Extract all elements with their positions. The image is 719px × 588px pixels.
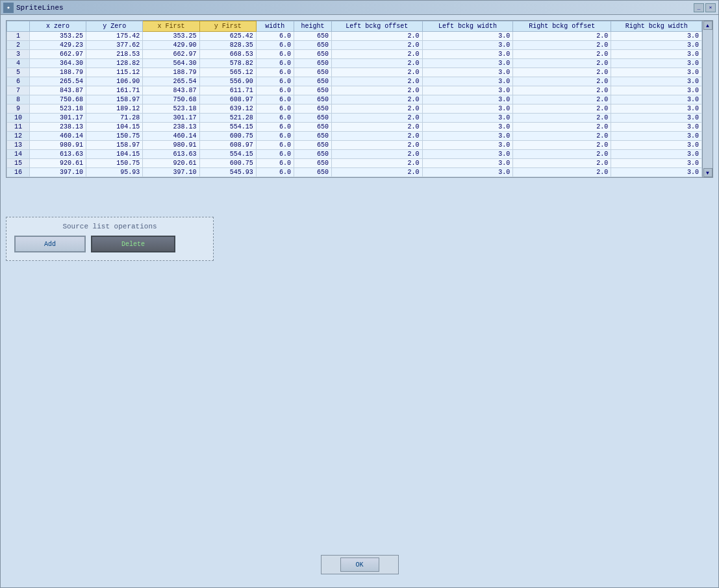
table-row: 10301.1771.28301.17521.286.06502.03.02.0…	[7, 114, 702, 123]
cell-x_first-11: 238.13	[143, 123, 199, 132]
cell-right_bckg_offset-1: 2.0	[513, 32, 611, 41]
cell-x_zero-13: 980.91	[29, 141, 86, 150]
cell-row-1: 1	[7, 32, 30, 41]
table-row: 12460.14150.75460.14600.756.06502.03.02.…	[7, 132, 702, 141]
title-buttons: _ ×	[694, 3, 716, 12]
cell-y_zero-6: 106.90	[86, 77, 143, 86]
scroll-up-button[interactable]: ▲	[703, 21, 713, 30]
minimize-button[interactable]: _	[694, 3, 704, 12]
cell-right_bckg_width-2: 3.0	[611, 41, 702, 50]
cell-left_bckg_width-5: 3.0	[422, 68, 513, 77]
table-row: 15920.61150.75920.61600.756.06502.03.02.…	[7, 159, 702, 168]
cell-left_bckg_width-16: 3.0	[422, 168, 513, 177]
cell-x_first-14: 613.63	[143, 150, 199, 159]
cell-left_bckg_width-9: 3.0	[422, 104, 513, 114]
cell-row-13: 13	[7, 141, 30, 150]
scroll-down-button[interactable]: ▼	[703, 168, 713, 177]
cell-width-2: 6.0	[256, 41, 294, 50]
cell-y_first-4: 578.82	[199, 59, 256, 68]
cell-width-14: 6.0	[256, 150, 294, 159]
cell-y_first-12: 600.75	[199, 132, 256, 141]
cell-right_bckg_width-15: 3.0	[611, 159, 702, 168]
cell-row-10: 10	[7, 114, 30, 123]
cell-x_zero-11: 238.13	[29, 123, 86, 132]
cell-left_bckg_offset-12: 2.0	[332, 132, 423, 141]
cell-row-11: 11	[7, 123, 30, 132]
cell-right_bckg_offset-12: 2.0	[513, 132, 611, 141]
cell-left_bckg_offset-1: 2.0	[332, 32, 423, 41]
cell-x_first-4: 564.30	[143, 59, 199, 68]
cell-right_bckg_width-3: 3.0	[611, 50, 702, 59]
cell-y_first-14: 554.15	[199, 150, 256, 159]
cell-width-4: 6.0	[256, 59, 294, 68]
cell-width-15: 6.0	[256, 159, 294, 168]
app-icon: ★	[3, 3, 14, 13]
cell-height-1: 650	[294, 32, 331, 41]
bottom-bar: OK	[321, 555, 399, 574]
cell-left_bckg_offset-6: 2.0	[332, 77, 423, 86]
cell-x_zero-10: 301.17	[29, 114, 86, 123]
cell-row-5: 5	[7, 68, 30, 77]
cell-x_first-12: 460.14	[143, 132, 199, 141]
cell-left_bckg_offset-15: 2.0	[332, 159, 423, 168]
cell-width-9: 6.0	[256, 104, 294, 114]
cell-left_bckg_offset-8: 2.0	[332, 95, 423, 104]
cell-left_bckg_width-2: 3.0	[422, 41, 513, 50]
cell-width-11: 6.0	[256, 123, 294, 132]
cell-row-8: 8	[7, 95, 30, 104]
cell-x_first-13: 980.91	[143, 141, 199, 150]
cell-row-6: 6	[7, 77, 30, 86]
table-row: 6265.54106.90265.54556.906.06502.03.02.0…	[7, 77, 702, 86]
cell-left_bckg_offset-7: 2.0	[332, 86, 423, 95]
table-row: 9523.18189.12523.18639.126.06502.03.02.0…	[7, 104, 702, 114]
cell-x_zero-9: 523.18	[29, 104, 86, 114]
cell-row-9: 9	[7, 104, 30, 114]
cell-right_bckg_offset-11: 2.0	[513, 123, 611, 132]
cell-row-3: 3	[7, 50, 30, 59]
cell-height-11: 650	[294, 123, 331, 132]
table-row: 4364.30128.82564.30578.826.06502.03.02.0…	[7, 59, 702, 68]
cell-left_bckg_width-6: 3.0	[422, 77, 513, 86]
cell-height-9: 650	[294, 104, 331, 114]
cell-left_bckg_offset-4: 2.0	[332, 59, 423, 68]
col-header-yfirst: y First	[199, 21, 256, 32]
cell-row-15: 15	[7, 159, 30, 168]
cell-right_bckg_offset-8: 2.0	[513, 95, 611, 104]
col-header-height: height	[294, 21, 331, 32]
cell-y_zero-10: 71.28	[86, 114, 143, 123]
table-body: 1353.25175.42353.25625.426.06502.03.02.0…	[7, 32, 702, 177]
cell-right_bckg_offset-4: 2.0	[513, 59, 611, 68]
cell-x_first-7: 843.87	[143, 86, 199, 95]
delete-button[interactable]: Delete	[91, 236, 175, 252]
cell-left_bckg_width-1: 3.0	[422, 32, 513, 41]
cell-x_zero-16: 397.10	[29, 168, 86, 177]
cell-right_bckg_offset-15: 2.0	[513, 159, 611, 168]
cell-height-14: 650	[294, 150, 331, 159]
cell-right_bckg_offset-10: 2.0	[513, 114, 611, 123]
cell-y_first-5: 565.12	[199, 68, 256, 77]
cell-x_first-10: 301.17	[143, 114, 199, 123]
cell-width-16: 6.0	[256, 168, 294, 177]
cell-left_bckg_width-3: 3.0	[422, 50, 513, 59]
table-row: 8750.68158.97750.68608.976.06502.03.02.0…	[7, 95, 702, 104]
cell-x_zero-3: 662.97	[29, 50, 86, 59]
cell-left_bckg_width-15: 3.0	[422, 159, 513, 168]
cell-x_zero-4: 364.30	[29, 59, 86, 68]
data-table-container: x zero y Zero x First y First width heig…	[6, 20, 713, 178]
cell-y_zero-5: 115.12	[86, 68, 143, 77]
col-header-xfirst: x First	[143, 21, 199, 32]
cell-y_zero-13: 158.97	[86, 141, 143, 150]
add-button[interactable]: Add	[14, 236, 86, 252]
cell-row-4: 4	[7, 59, 30, 68]
cell-height-2: 650	[294, 41, 331, 50]
ok-button[interactable]: OK	[340, 557, 379, 572]
cell-left_bckg_width-4: 3.0	[422, 59, 513, 68]
cell-row-7: 7	[7, 86, 30, 95]
cell-left_bckg_width-8: 3.0	[422, 95, 513, 104]
cell-right_bckg_width-12: 3.0	[611, 132, 702, 141]
cell-x_first-5: 188.79	[143, 68, 199, 77]
close-button[interactable]: ×	[705, 3, 716, 12]
cell-height-13: 650	[294, 141, 331, 150]
vertical-scrollbar[interactable]: ▲ ▼	[702, 21, 713, 177]
cell-height-10: 650	[294, 114, 331, 123]
